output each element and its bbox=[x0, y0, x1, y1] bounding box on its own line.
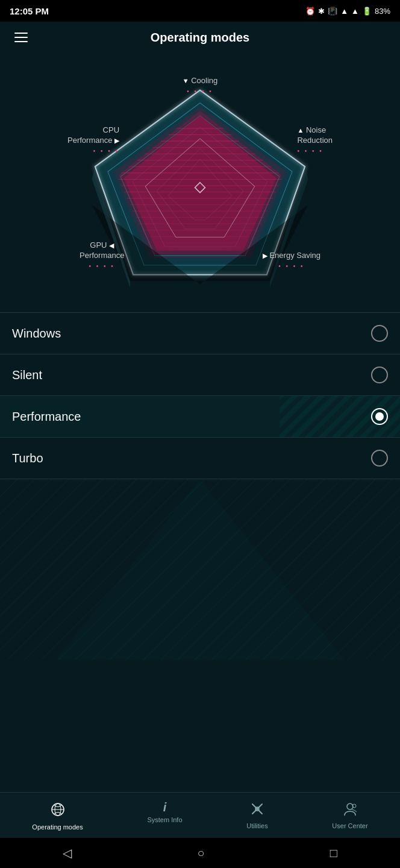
nav-label-system-info: System Info bbox=[147, 816, 182, 823]
nav-item-operating-modes[interactable]: Operating modes bbox=[26, 799, 89, 833]
mode-label-performance: Performance bbox=[12, 410, 81, 424]
radio-performance[interactable] bbox=[371, 408, 388, 425]
nav-label-utilities: Utilities bbox=[246, 822, 267, 829]
page-title: Operating modes bbox=[151, 31, 249, 45]
mode-item-silent[interactable]: Silent bbox=[0, 354, 400, 396]
svg-rect-38 bbox=[0, 479, 400, 660]
menu-button[interactable] bbox=[12, 30, 30, 45]
back-button[interactable]: ◁ bbox=[51, 841, 84, 865]
battery-percent: 83% bbox=[375, 7, 390, 16]
operating-modes-icon bbox=[49, 801, 66, 820]
label-noise-reduction: ▲ NoiseReduction • • • • bbox=[297, 125, 333, 155]
main-content: ▼ Cooling • • • • ▲ NoiseReduction • • •… bbox=[0, 59, 400, 732]
mode-label-windows: Windows bbox=[12, 327, 61, 341]
mode-item-performance[interactable]: Performance bbox=[0, 396, 400, 438]
label-cooling: ▼ Cooling • • • • bbox=[183, 76, 218, 95]
radar-chart: ▼ Cooling • • • • ▲ NoiseReduction • • •… bbox=[0, 59, 400, 312]
radio-windows[interactable] bbox=[371, 325, 388, 342]
utilities-icon bbox=[249, 801, 265, 819]
user-center-icon bbox=[342, 801, 358, 819]
system-nav-bar: ◁ ○ □ bbox=[0, 838, 400, 868]
signal-icon: ▲ bbox=[351, 7, 359, 16]
label-cpu-performance: CPUPerformance ▶ • • • • bbox=[67, 125, 119, 155]
bg-pattern bbox=[0, 479, 400, 660]
bottom-nav: Operating modes i System Info Utilities … bbox=[0, 792, 400, 838]
recent-button[interactable]: □ bbox=[318, 841, 349, 865]
svg-point-45 bbox=[347, 804, 353, 810]
nav-item-user-center[interactable]: User Center bbox=[326, 799, 373, 833]
nav-item-utilities[interactable]: Utilities bbox=[240, 799, 273, 833]
mode-label-turbo: Turbo bbox=[12, 451, 43, 465]
nav-label-operating-modes: Operating modes bbox=[32, 823, 83, 831]
battery-icon: 🔋 bbox=[362, 7, 372, 16]
radar-wrapper: ▼ Cooling • • • • ▲ NoiseReduction • • •… bbox=[73, 71, 327, 300]
system-info-icon: i bbox=[163, 801, 167, 813]
modes-list: Windows Silent Performance Turbo bbox=[0, 312, 400, 479]
home-button[interactable]: ○ bbox=[185, 841, 216, 865]
status-bar: 12:05 PM ⏰ ✱ 📳 ▲ ▲ 🔋 83% bbox=[0, 0, 400, 22]
status-icons: ⏰ ✱ 📳 ▲ ▲ 🔋 83% bbox=[305, 7, 390, 16]
mode-item-turbo[interactable]: Turbo bbox=[0, 438, 400, 479]
nav-item-system-info[interactable]: i System Info bbox=[141, 799, 188, 833]
mode-item-windows[interactable]: Windows bbox=[0, 313, 400, 354]
status-time: 12:05 PM bbox=[10, 6, 49, 16]
bluetooth-icon: ✱ bbox=[318, 7, 325, 16]
mode-label-silent: Silent bbox=[12, 368, 42, 382]
label-energy-saving: ▶ Energy Saving • • • • bbox=[263, 251, 320, 270]
label-gpu-performance: GPU ◀Performance • • • • bbox=[80, 241, 124, 270]
app-header: Operating modes bbox=[0, 22, 400, 53]
vibrate-icon: 📳 bbox=[328, 7, 337, 16]
radio-turbo[interactable] bbox=[371, 450, 388, 467]
radio-silent[interactable] bbox=[371, 366, 388, 383]
nav-label-user-center: User Center bbox=[332, 822, 367, 829]
alarm-icon: ⏰ bbox=[305, 7, 315, 16]
wifi-icon: ▲ bbox=[340, 7, 348, 16]
